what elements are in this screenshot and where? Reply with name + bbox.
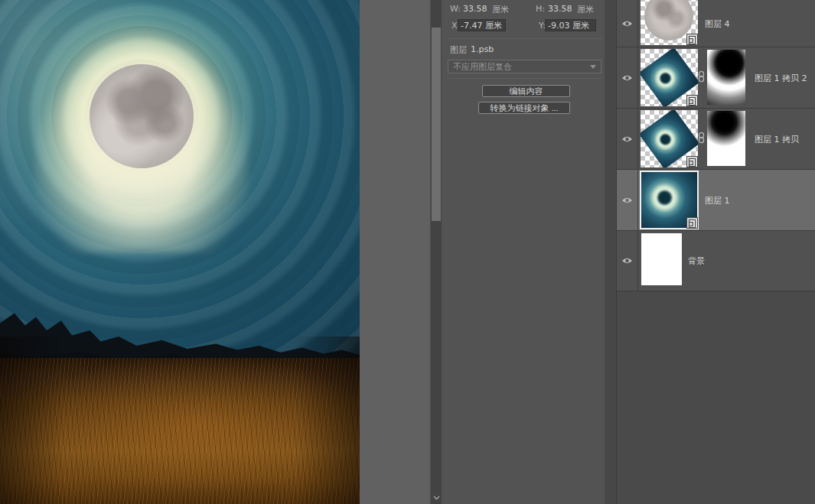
canvas-vertical-scrollbar[interactable] (431, 0, 442, 504)
layer-thumbnail[interactable] (641, 0, 698, 45)
eye-icon (621, 197, 633, 204)
layer-thumbnail[interactable] (641, 49, 698, 106)
visibility-toggle[interactable] (617, 170, 638, 230)
chevron-down-icon (590, 65, 596, 69)
layers-panel: 图层 4 图层 1 拷贝 2 (617, 0, 815, 504)
properties-panel: W: 33.58 厘米 H: 33.58 厘米 X: Y: 图层 1.psb 不… (442, 0, 605, 504)
visibility-toggle[interactable] (617, 47, 638, 108)
smart-object-badge-icon (686, 34, 698, 45)
scroll-down-arrow-icon[interactable] (431, 493, 442, 502)
height-label: H: (536, 4, 545, 14)
layer-thumbnail[interactable] (641, 110, 698, 167)
eye-icon (621, 74, 633, 82)
layer-name: 背景 (688, 255, 705, 267)
layer-row[interactable]: 图层 4 (617, 0, 815, 47)
layer-label: 图层 (450, 44, 467, 56)
mask-link-icon[interactable] (698, 70, 705, 85)
height-value: 33.58 (548, 4, 572, 14)
smart-object-badge-icon (686, 217, 698, 229)
vignette (0, 337, 360, 504)
layer-row[interactable]: 背景 (617, 231, 815, 291)
layer-row-selected[interactable]: 图层 1 (617, 170, 815, 231)
visibility-toggle[interactable] (617, 0, 638, 47)
smart-object-badge-icon (686, 156, 698, 167)
width-value: 33.58 (463, 4, 487, 14)
document-canvas[interactable] (0, 0, 360, 504)
visibility-toggle[interactable] (617, 109, 638, 169)
mask-link-icon[interactable] (698, 132, 705, 146)
layer-name: 图层 1 (705, 194, 730, 206)
layer-comp-dropdown[interactable]: 不应用图层复合 (448, 60, 601, 73)
eye-icon (621, 135, 633, 143)
smart-object-badge-icon (686, 95, 698, 106)
layer-filename: 1.psb (471, 44, 494, 54)
visibility-toggle[interactable] (617, 231, 638, 291)
layer-thumbnail[interactable] (641, 171, 698, 229)
height-unit: 厘米 (577, 4, 594, 15)
layer-mask-thumbnail[interactable] (707, 50, 745, 105)
eye-icon (621, 257, 633, 265)
layer-mask-thumbnail[interactable] (707, 111, 745, 166)
layer-row[interactable]: 图层 1 拷贝 2 (617, 47, 815, 109)
layer-comp-value: 不应用图层复合 (453, 61, 512, 73)
layer-row[interactable]: 图层 1 拷贝 (617, 109, 815, 170)
width-unit: 厘米 (492, 4, 509, 15)
divider (448, 38, 603, 39)
y-position-field[interactable] (545, 19, 596, 31)
photoshop-window: W: 33.58 厘米 H: 33.58 厘米 X: Y: 图层 1.psb 不… (0, 0, 815, 504)
eye-icon (621, 20, 633, 28)
edit-contents-button[interactable]: 编辑内容 (482, 85, 570, 97)
width-label: W: (450, 4, 461, 14)
x-position-field[interactable] (458, 19, 506, 31)
layer-name: 图层 1 拷贝 2 (755, 72, 807, 83)
layer-name: 图层 1 拷贝 (755, 133, 799, 145)
background-layer-thumbnail[interactable] (641, 233, 682, 285)
pasteboard (360, 0, 431, 504)
convert-to-linked-button[interactable]: 转换为链接对象 ... (478, 102, 570, 114)
scrollbar-thumb[interactable] (432, 28, 441, 221)
layer-name: 图层 4 (705, 18, 730, 29)
moon (90, 64, 194, 168)
divider (448, 78, 603, 79)
panel-divider (605, 0, 617, 504)
